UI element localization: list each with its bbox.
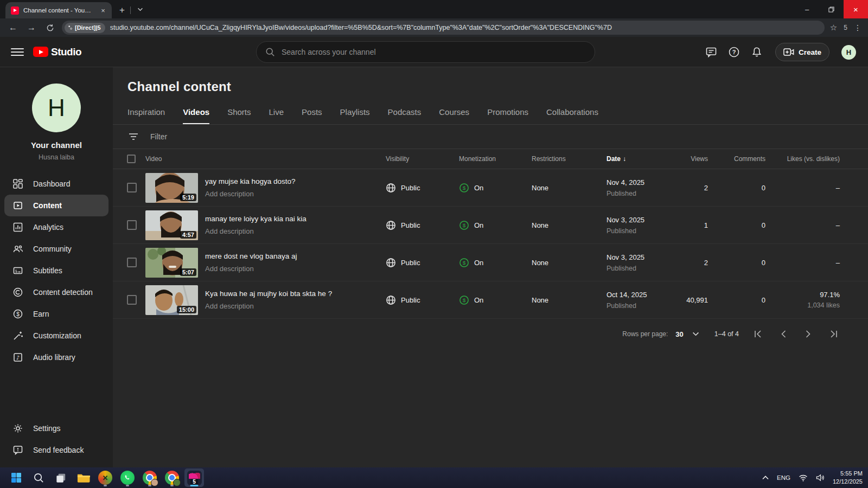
row-checkbox[interactable]: [127, 183, 137, 192]
tab-courses[interactable]: Courses: [439, 107, 469, 124]
video-thumbnail[interactable]: 15:00: [145, 285, 198, 315]
tray-time: 5:55 PM: [833, 470, 863, 478]
sidebar-item-settings[interactable]: Settings: [0, 418, 113, 439]
search-input[interactable]: [282, 48, 586, 56]
video-thumbnail[interactable]: 4:57: [145, 210, 198, 240]
sidebar-item-analytics[interactable]: Analytics: [0, 216, 113, 238]
x-media-app-button[interactable]: ✕: [95, 468, 115, 487]
monetization-icon: $: [459, 183, 469, 193]
browser-tab[interactable]: Channel content - YouTube Stu ×: [5, 2, 112, 18]
taskbar-search-button[interactable]: [29, 468, 48, 487]
new-tab-button[interactable]: +: [115, 3, 129, 17]
chrome-profile1-button[interactable]: [140, 468, 159, 487]
sidebar-item-content[interactable]: Content: [4, 195, 108, 216]
reload-button[interactable]: [43, 21, 56, 34]
tab-inspiration[interactable]: Inspiration: [127, 107, 165, 124]
bookmark-star-icon[interactable]: ☆: [830, 23, 837, 33]
table-row: 4:57 manay tere loiyy kya kia nai kia Ad…: [113, 207, 868, 244]
file-explorer-button[interactable]: [73, 468, 93, 487]
hamburger-menu-icon[interactable]: [11, 46, 24, 59]
active-app-icon: 5: [187, 471, 202, 485]
tab-live[interactable]: Live: [269, 107, 284, 124]
svg-text:$: $: [463, 260, 466, 266]
video-title[interactable]: Kya huwa he aj mujhy koi bta skta he ?: [205, 290, 332, 298]
column-header-date[interactable]: Date↓: [607, 155, 673, 163]
channel-avatar[interactable]: H: [32, 84, 81, 132]
visibility-value: Public: [401, 184, 420, 192]
help-icon[interactable]: ?: [727, 46, 741, 59]
select-all-checkbox[interactable]: [127, 155, 136, 163]
filter-bar[interactable]: Filter: [113, 125, 868, 149]
youtube-studio-logo[interactable]: Studio: [33, 46, 81, 58]
sidebar-item-earn[interactable]: $ Earn: [0, 303, 113, 325]
tab-posts[interactable]: Posts: [302, 107, 322, 124]
tab-collaborations[interactable]: Collaborations: [546, 107, 598, 124]
video-thumbnail[interactable]: 5:07: [145, 248, 198, 278]
video-thumbnail[interactable]: 5:19: [145, 173, 198, 203]
publish-status: Published: [607, 302, 673, 310]
tab-close-icon[interactable]: ×: [99, 6, 107, 15]
header-actions: ? Create H: [705, 37, 856, 67]
add-description-link[interactable]: Add description: [205, 227, 307, 235]
channel-search-bar[interactable]: [256, 41, 595, 63]
previous-page-button[interactable]: [778, 329, 789, 339]
tab-shorts[interactable]: Shorts: [227, 107, 251, 124]
whatsapp-button[interactable]: [118, 468, 137, 487]
sidebar-item-customization[interactable]: Customization: [0, 325, 113, 346]
browser-menu-icon[interactable]: ⋮: [854, 23, 861, 32]
sidebar-item-content-detection[interactable]: Content detection: [0, 281, 113, 303]
window-close-button[interactable]: ×: [844, 0, 868, 18]
studio-header: Studio ? Create H: [0, 37, 868, 67]
next-page-button[interactable]: [803, 329, 814, 339]
account-avatar[interactable]: H: [841, 45, 856, 60]
filter-input[interactable]: Filter: [150, 132, 167, 141]
url-extension-chip[interactable]: [Direct]|5: [65, 23, 105, 33]
rows-per-page-chevron-icon[interactable]: [692, 332, 699, 336]
sidebar-item-send-feedback[interactable]: Send feedback: [0, 439, 113, 461]
url-bar[interactable]: [Direct]|5 studio.youtube.com/channel/UC…: [62, 21, 825, 35]
window-minimize-button[interactable]: –: [795, 0, 819, 18]
row-checkbox[interactable]: [127, 258, 137, 267]
tray-clock[interactable]: 5:55 PM 12/12/2025: [833, 470, 863, 486]
language-indicator[interactable]: ENG: [777, 474, 790, 481]
window-restore-button[interactable]: [819, 0, 844, 18]
monetization-value: On: [474, 184, 483, 192]
row-checkbox[interactable]: [127, 295, 137, 305]
wifi-icon[interactable]: [799, 474, 808, 481]
sidebar-item-audio-library[interactable]: ♪ Audio library: [0, 346, 113, 368]
chrome-profile2-button[interactable]: [162, 468, 182, 487]
tab-search-chevron-icon[interactable]: [133, 2, 147, 16]
monetization-icon: $: [459, 295, 469, 305]
back-button[interactable]: ←: [7, 21, 20, 34]
rows-per-page-value[interactable]: 30: [675, 330, 683, 338]
tab-promotions[interactable]: Promotions: [487, 107, 528, 124]
tab-videos[interactable]: Videos: [183, 107, 209, 124]
sidebar-item-dashboard[interactable]: Dashboard: [0, 173, 113, 195]
add-description-link[interactable]: Add description: [205, 302, 332, 310]
last-page-button[interactable]: [828, 329, 839, 339]
create-button[interactable]: Create: [775, 43, 829, 61]
add-description-link[interactable]: Add description: [205, 265, 297, 273]
search-icon: [265, 47, 275, 57]
start-button[interactable]: [7, 468, 26, 487]
likes-value: –: [765, 259, 840, 267]
task-view-button[interactable]: [51, 468, 71, 487]
sidebar-item-subtitles[interactable]: Subtitles: [0, 260, 113, 281]
video-title[interactable]: yay mujse kia hogya dosto?: [205, 177, 296, 186]
extension-badge[interactable]: 5: [844, 24, 847, 31]
sidebar-item-community[interactable]: Community: [0, 238, 113, 260]
add-description-link[interactable]: Add description: [205, 190, 296, 198]
video-title[interactable]: manay tere loiyy kya kia nai kia: [205, 215, 307, 223]
tray-chevron-up-icon[interactable]: [762, 476, 769, 480]
tab-podcasts[interactable]: Podcasts: [388, 107, 422, 124]
first-page-button[interactable]: [753, 329, 764, 339]
forward-button[interactable]: →: [25, 21, 38, 34]
volume-icon[interactable]: [816, 474, 825, 481]
feedback-comment-icon[interactable]: [705, 46, 718, 59]
tab-playlists[interactable]: Playlists: [340, 107, 370, 124]
row-checkbox[interactable]: [127, 220, 137, 230]
notifications-bell-icon[interactable]: [750, 46, 763, 59]
visibility-value: Public: [401, 259, 420, 267]
video-title[interactable]: mere dost ne vlog banaya aj: [205, 252, 297, 261]
active-app-button[interactable]: 5: [184, 468, 204, 487]
